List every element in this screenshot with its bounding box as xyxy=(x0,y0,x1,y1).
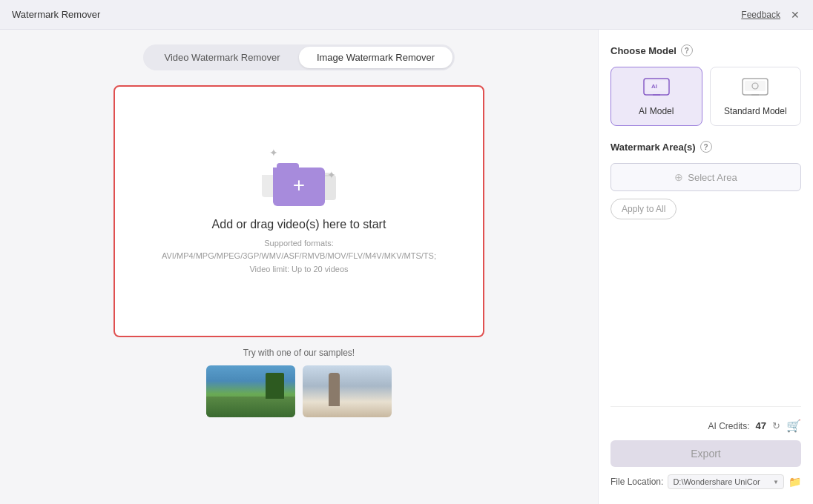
sparkle-1: ✦ xyxy=(269,147,278,159)
sample-thumbnail-2[interactable] xyxy=(303,365,392,417)
ai-model-card[interactable]: AI AI Model xyxy=(610,67,702,126)
folder-body: + xyxy=(273,168,325,206)
ai-model-label: AI Model xyxy=(639,106,674,116)
model-cards: AI AI Model Standard Model xyxy=(610,67,801,126)
title-bar-actions: Feedback ✕ xyxy=(741,9,801,21)
sample-thumbnail-1[interactable] xyxy=(206,365,295,417)
credits-label: AI Credits: xyxy=(708,421,750,431)
folder-icon-wrapper: + ✦ ✦ xyxy=(262,147,336,206)
drop-zone[interactable]: + ✦ ✦ Add or drag video(s) here to start… xyxy=(113,85,484,337)
svg-text:AI: AI xyxy=(651,83,657,90)
choose-model-section: Choose Model ? xyxy=(610,44,801,56)
folder-plus-icon: + xyxy=(293,175,305,196)
video-limit-text: Video limit: Up to 20 videos xyxy=(249,265,348,273)
select-area-icon: ⊕ xyxy=(674,171,683,183)
tab-switcher: Video Watermark Remover Image Watermark … xyxy=(143,44,455,70)
spacer xyxy=(610,231,801,406)
refresh-icon[interactable]: ↻ xyxy=(772,420,780,431)
apply-all-button[interactable]: Apply to All xyxy=(610,199,677,219)
watermark-area-section: Watermark Area(s) ? xyxy=(610,141,801,153)
standard-model-label: Standard Model xyxy=(724,106,787,116)
standard-model-icon xyxy=(740,76,770,100)
select-area-label: Select Area xyxy=(688,172,737,183)
drop-zone-main-text: Add or drag video(s) here to start xyxy=(212,218,386,231)
samples-label: Try with one of our samples! xyxy=(243,348,355,358)
supported-formats-list: AVI/MP4/MPG/MPEG/3GP/WMV/ASF/RMVB/MOV/FL… xyxy=(162,251,436,260)
file-path-text: D:\Wondershare UniCor xyxy=(673,477,760,486)
cart-icon[interactable]: 🛒 xyxy=(786,419,801,433)
feedback-link[interactable]: Feedback xyxy=(741,10,780,20)
watermark-area-help-icon[interactable]: ? xyxy=(700,141,712,153)
dropdown-arrow-icon: ▼ xyxy=(773,479,779,485)
app-title: Watermark Remover xyxy=(12,9,100,20)
samples-row xyxy=(206,365,392,417)
left-panel: Video Watermark Remover Image Watermark … xyxy=(0,30,598,504)
right-panel: Choose Model ? AI AI Model xyxy=(598,30,813,504)
choose-model-help-icon[interactable]: ? xyxy=(681,44,693,56)
file-location-row: File Location: D:\Wondershare UniCor ▼ 📁 xyxy=(610,474,801,489)
select-area-button[interactable]: ⊕ Select Area xyxy=(610,163,801,191)
standard-model-card[interactable]: Standard Model xyxy=(710,67,802,126)
watermark-area-label: Watermark Area(s) xyxy=(610,142,696,153)
svg-rect-5 xyxy=(745,81,766,91)
file-location-label: File Location: xyxy=(610,477,663,487)
close-button[interactable]: ✕ xyxy=(789,9,801,21)
tab-image[interactable]: Image Watermark Remover xyxy=(299,47,452,68)
title-bar: Watermark Remover Feedback ✕ xyxy=(0,0,813,30)
tab-video[interactable]: Video Watermark Remover xyxy=(145,47,299,68)
credits-row: AI Credits: 47 ↻ 🛒 xyxy=(610,419,801,433)
bottom-section: AI Credits: 47 ↻ 🛒 Export File Location:… xyxy=(610,406,801,489)
credits-count: 47 xyxy=(756,420,766,431)
folder-open-icon[interactable]: 📁 xyxy=(789,476,801,488)
file-location-path[interactable]: D:\Wondershare UniCor ▼ xyxy=(668,474,784,489)
main-layout: Video Watermark Remover Image Watermark … xyxy=(0,30,813,504)
watermark-section: Watermark Area(s) ? ⊕ Select Area Apply … xyxy=(610,141,801,219)
sparkle-2: ✦ xyxy=(327,169,336,181)
choose-model-label: Choose Model xyxy=(610,45,677,56)
export-button[interactable]: Export xyxy=(610,440,801,467)
ai-model-icon: AI xyxy=(642,76,671,100)
samples-section: Try with one of our samples! xyxy=(206,348,392,417)
drop-zone-sub-text: Supported formats: AVI/MP4/MPG/MPEG/3GP/… xyxy=(162,237,436,276)
supported-formats-label: Supported formats: xyxy=(264,239,334,248)
